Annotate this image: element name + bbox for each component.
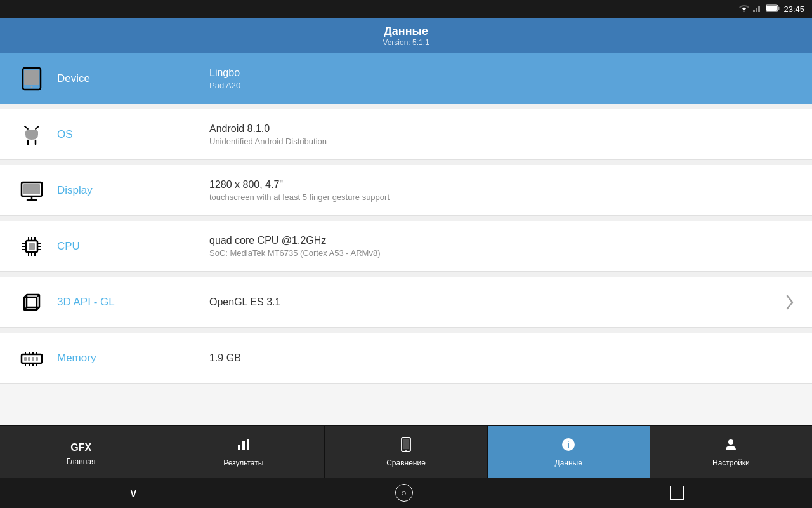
display-label: Display xyxy=(51,184,203,197)
gl-label: 3D API - GL xyxy=(51,296,203,309)
app-title: Данные xyxy=(384,25,428,38)
compare-nav-icon xyxy=(399,437,413,456)
status-bar: 23:45 xyxy=(0,0,812,18)
svg-rect-53 xyxy=(242,441,245,450)
nav-item-home[interactable]: GFX Главная xyxy=(0,426,162,478)
results-nav-icon xyxy=(236,437,251,456)
bottom-nav: GFX Главная Результаты Сравнение i Данны… xyxy=(0,425,812,478)
content-area: Device Lingbo Pad A20 OS Android 8.1.0 U… xyxy=(0,53,812,425)
device-label: Device xyxy=(51,72,203,85)
battery-icon xyxy=(766,4,780,14)
nav-item-settings[interactable]: Настройки xyxy=(650,426,812,478)
time-display: 23:45 xyxy=(783,4,804,14)
data-nav-icon: i xyxy=(561,437,576,456)
svg-rect-2 xyxy=(758,6,760,12)
device-icon xyxy=(13,66,51,91)
memory-icon xyxy=(13,345,51,371)
home-nav-label: Главная xyxy=(67,457,96,466)
signal-icon xyxy=(753,4,762,14)
android-nav[interactable]: ∨ ○ xyxy=(0,478,812,508)
svg-rect-4 xyxy=(778,6,780,10)
svg-point-57 xyxy=(405,450,407,451)
info-row-display[interactable]: Display 1280 x 800, 4.7" touchscreen wit… xyxy=(0,165,812,216)
info-row-os[interactable]: OS Android 8.1.0 Unidentified Android Di… xyxy=(0,109,812,160)
device-value: Lingbo Pad A20 xyxy=(203,67,799,90)
svg-rect-42 xyxy=(32,357,34,361)
os-label: OS xyxy=(51,128,203,141)
row-separator xyxy=(0,104,812,109)
svg-rect-0 xyxy=(753,10,755,12)
memory-value: 1.9 GB xyxy=(203,352,799,364)
svg-point-8 xyxy=(31,86,33,88)
app-bar: Данные Version: 5.1.1 xyxy=(0,18,812,53)
gl-value: OpenGL ES 3.1 xyxy=(203,297,780,308)
os-icon xyxy=(13,122,51,147)
home-nav-icon: GFX xyxy=(70,438,91,455)
chevron-icon xyxy=(780,293,799,311)
svg-text:i: i xyxy=(567,439,570,450)
svg-line-11 xyxy=(25,126,28,129)
nav-item-results[interactable]: Результаты xyxy=(162,426,325,478)
svg-rect-43 xyxy=(36,357,38,361)
info-row-device[interactable]: Device Lingbo Pad A20 xyxy=(0,53,812,104)
compare-nav-label: Сравнение xyxy=(386,458,426,467)
svg-rect-40 xyxy=(24,357,27,361)
info-row-memory[interactable]: Memory 1.9 GB xyxy=(0,333,812,384)
recents-button[interactable] xyxy=(670,486,684,500)
data-nav-label: Данные xyxy=(555,458,582,467)
display-value: 1280 x 800, 4.7" touchscreen with at lea… xyxy=(203,179,799,202)
info-row-gl[interactable]: 3D API - GL OpenGL ES 3.1 xyxy=(0,277,812,328)
svg-rect-20 xyxy=(29,243,35,250)
svg-rect-18 xyxy=(23,184,40,194)
svg-rect-54 xyxy=(247,439,249,450)
cpu-label: CPU xyxy=(51,240,203,253)
svg-rect-56 xyxy=(403,439,409,449)
cpu-icon xyxy=(13,234,51,259)
row-separator xyxy=(0,272,812,277)
memory-label: Memory xyxy=(51,352,203,364)
nav-item-compare[interactable]: Сравнение xyxy=(325,426,487,478)
svg-point-60 xyxy=(728,439,733,444)
home-button[interactable]: ○ xyxy=(395,484,413,502)
gl-icon xyxy=(13,290,51,315)
app-version: Version: 5.1.1 xyxy=(383,38,429,47)
row-separator xyxy=(0,216,812,221)
row-separator xyxy=(0,328,812,333)
cpu-value: quad core CPU @1.2GHz SoC: MediaTek MT67… xyxy=(203,235,799,258)
wifi-icon xyxy=(739,4,749,14)
svg-rect-52 xyxy=(238,444,240,450)
settings-nav-label: Настройки xyxy=(712,458,750,467)
svg-rect-1 xyxy=(756,8,757,12)
display-icon xyxy=(13,178,51,203)
info-row-cpu[interactable]: CPU quad core CPU @1.2GHz SoC: MediaTek … xyxy=(0,221,812,272)
os-value: Android 8.1.0 Unidentified Android Distr… xyxy=(203,123,799,146)
settings-nav-icon xyxy=(723,437,738,456)
back-button[interactable]: ∨ xyxy=(129,485,138,500)
svg-rect-5 xyxy=(766,6,777,11)
svg-rect-41 xyxy=(28,357,30,361)
row-separator xyxy=(0,160,812,165)
svg-rect-7 xyxy=(24,70,39,85)
results-nav-label: Результаты xyxy=(223,458,263,467)
nav-item-data[interactable]: i Данные xyxy=(488,426,650,478)
svg-line-12 xyxy=(36,126,39,129)
